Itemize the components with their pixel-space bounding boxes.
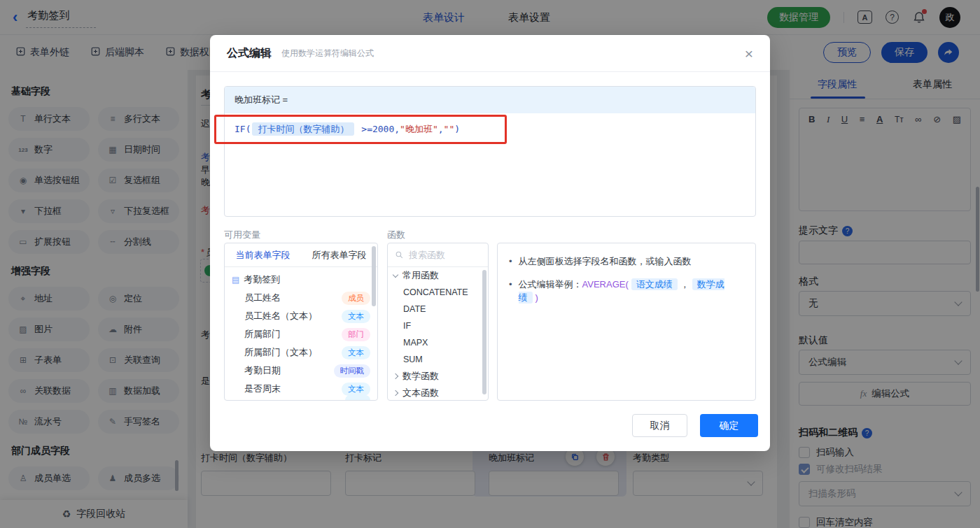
function-item-MAPX[interactable]: MAPX <box>388 334 488 351</box>
tip-line-2: 公式编辑举例：AVERAGE(语文成绩，数学成绩) <box>519 278 744 305</box>
formula-help-panel: •从左侧面板选择字段名和函数，或输入函数 •公式编辑举例：AVERAGE(语文成… <box>497 243 756 401</box>
function-group-label: 常用函数 <box>402 269 439 282</box>
formula-token: IF( <box>234 124 251 134</box>
variable-name: 所属部门（文本） <box>244 346 342 359</box>
functions-scrollbar[interactable] <box>482 270 486 394</box>
tip-text: 公式编辑举例： <box>519 279 582 290</box>
variable-name: 是否周末 <box>244 383 342 395</box>
chevron-right-icon <box>393 390 398 396</box>
function-item-IF[interactable]: IF <box>388 317 488 334</box>
function-item-DATE[interactable]: DATE <box>388 301 488 317</box>
bullet: • <box>509 255 512 269</box>
chevron-down-icon <box>393 271 398 277</box>
close-icon[interactable]: × <box>745 46 753 61</box>
formula-token: ) <box>454 124 460 134</box>
function-group-常用函数[interactable]: 常用函数 <box>388 267 488 284</box>
tip-text: ， <box>680 279 690 290</box>
formula-token: >=2000, <box>356 124 400 134</box>
formula-editor-dialog: 公式编辑 使用数学运算符编辑公式 × 晚加班标记 = IF(打卡时间（数字辅助）… <box>210 35 770 451</box>
variable-name: 所属部门 <box>244 328 342 341</box>
functions-label: 函数 <box>387 229 405 241</box>
formula-target: 晚加班标记 = <box>225 87 755 113</box>
confirm-button[interactable]: 确定 <box>700 414 758 437</box>
bullet: • <box>509 278 512 305</box>
chevron-right-icon <box>393 373 398 379</box>
variable-row[interactable]: 员工姓名成员 <box>225 289 377 307</box>
formula-editor-area[interactable]: 晚加班标记 = IF(打卡时间（数字辅助） >=2000,"晚加班","") <box>224 86 756 217</box>
formula-token: "" <box>444 124 455 134</box>
functions-panel: 搜索函数 常用函数CONCATENATEDATEIFMAPXSUM数学函数文本函… <box>387 243 489 401</box>
search-placeholder: 搜索函数 <box>409 249 445 262</box>
variable-row[interactable]: 员工姓名（文本）文本 <box>225 307 377 325</box>
variable-type-tag: 文本 <box>342 310 370 323</box>
variables-tab-所有表单字段[interactable]: 所有表单字段 <box>301 243 377 266</box>
function-group-文本函数[interactable]: 文本函数 <box>388 385 488 401</box>
tip-text: ) <box>536 292 538 303</box>
field-chip[interactable]: 打卡时间（数字辅助） <box>252 122 354 136</box>
tip-text: AVERAGE( <box>582 279 629 290</box>
variable-row[interactable]: 所属部门（文本）文本 <box>225 343 377 362</box>
root-name: 考勤签到 <box>244 273 370 286</box>
variables-tab-当前表单字段[interactable]: 当前表单字段 <box>225 243 301 266</box>
function-item-SUM[interactable]: SUM <box>388 351 488 368</box>
cancel-button[interactable]: 取消 <box>632 414 687 437</box>
variable-row[interactable]: 考勤日期时间戳 <box>225 362 377 380</box>
partial-tag-fragment <box>345 395 370 401</box>
function-item-CONCATENATE[interactable]: CONCATENATE <box>388 284 488 301</box>
variable-name: 员工姓名（文本） <box>244 310 342 322</box>
variable-type-tag: 时间戳 <box>334 364 371 378</box>
search-icon <box>395 250 404 259</box>
formula-expression[interactable]: IF(打卡时间（数字辅助） >=2000,"晚加班","") <box>225 113 755 145</box>
dialog-subtitle: 使用数学运算符编辑公式 <box>281 48 374 59</box>
example-field-chip: 语文成绩 <box>631 278 678 290</box>
tip-line-1: 从左侧面板选择字段名和函数，或输入函数 <box>519 255 692 269</box>
form-file-icon: ▤ <box>232 275 239 285</box>
formula-token: , <box>438 124 444 134</box>
function-group-label: 数学函数 <box>402 370 439 383</box>
variable-type-tag: 文本 <box>342 346 370 359</box>
function-group-数学函数[interactable]: 数学函数 <box>388 368 488 385</box>
variable-name: 员工姓名 <box>244 292 342 304</box>
function-search-input[interactable]: 搜索函数 <box>388 243 488 267</box>
variable-row[interactable]: 所属部门部门 <box>225 325 377 343</box>
variables-panel: 当前表单字段所有表单字段 ▤考勤签到员工姓名成员员工姓名（文本）文本所属部门部门… <box>224 243 378 401</box>
function-group-label: 文本函数 <box>402 387 439 399</box>
variable-name: 考勤日期 <box>244 364 334 377</box>
variable-type-tag: 部门 <box>342 328 370 341</box>
variables-root-node[interactable]: ▤考勤签到 <box>225 271 377 289</box>
variables-scrollbar[interactable] <box>372 246 376 306</box>
formula-token: "晚加班" <box>400 124 438 134</box>
variable-type-tag: 文本 <box>342 383 370 396</box>
variables-label: 可用变量 <box>224 229 260 241</box>
dialog-title: 公式编辑 <box>227 46 272 61</box>
variable-type-tag: 成员 <box>342 292 370 305</box>
